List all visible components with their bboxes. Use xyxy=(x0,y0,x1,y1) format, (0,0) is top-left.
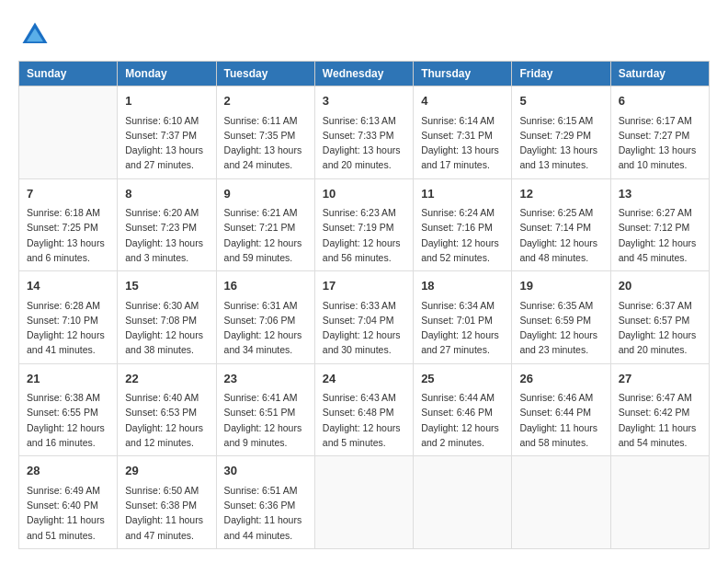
calendar-day-cell: 8Sunrise: 6:20 AMSunset: 7:23 PMDaylight… xyxy=(118,178,216,271)
day-number: 19 xyxy=(519,277,602,295)
day-info: Sunrise: 6:43 AMSunset: 6:48 PMDaylight:… xyxy=(323,390,405,450)
calendar-day-cell: 21Sunrise: 6:38 AMSunset: 6:55 PMDayligh… xyxy=(19,363,118,456)
day-number: 15 xyxy=(125,277,208,295)
day-info: Sunrise: 6:11 AMSunset: 7:35 PMDaylight:… xyxy=(224,113,307,173)
day-info: Sunrise: 6:44 AMSunset: 6:46 PMDaylight:… xyxy=(421,390,504,450)
day-number: 27 xyxy=(619,370,701,388)
day-info: Sunrise: 6:38 AMSunset: 6:55 PMDaylight:… xyxy=(27,390,109,450)
day-number: 17 xyxy=(323,277,405,295)
day-info: Sunrise: 6:33 AMSunset: 7:04 PMDaylight:… xyxy=(323,298,405,358)
day-info: Sunrise: 6:13 AMSunset: 7:33 PMDaylight:… xyxy=(323,113,405,173)
day-number: 8 xyxy=(125,185,208,203)
calendar-day-cell: 2Sunrise: 6:11 AMSunset: 7:35 PMDaylight… xyxy=(216,86,314,179)
day-info: Sunrise: 6:24 AMSunset: 7:16 PMDaylight:… xyxy=(421,205,504,265)
calendar-day-cell xyxy=(610,456,709,549)
calendar-header-thursday: Thursday xyxy=(414,62,512,86)
day-number: 4 xyxy=(421,92,504,110)
calendar-header-wednesday: Wednesday xyxy=(314,62,413,86)
calendar-day-cell: 18Sunrise: 6:34 AMSunset: 7:01 PMDayligh… xyxy=(414,271,512,364)
calendar-day-cell: 16Sunrise: 6:31 AMSunset: 7:06 PMDayligh… xyxy=(216,271,314,364)
calendar-header-row: SundayMondayTuesdayWednesdayThursdayFrid… xyxy=(19,62,710,86)
day-info: Sunrise: 6:20 AMSunset: 7:23 PMDaylight:… xyxy=(125,205,208,265)
day-number: 13 xyxy=(619,185,701,203)
day-number: 10 xyxy=(323,185,405,203)
day-info: Sunrise: 6:27 AMSunset: 7:12 PMDaylight:… xyxy=(619,205,701,265)
day-info: Sunrise: 6:51 AMSunset: 6:36 PMDaylight:… xyxy=(224,483,307,543)
day-info: Sunrise: 6:37 AMSunset: 6:57 PMDaylight:… xyxy=(619,298,701,358)
calendar-day-cell: 26Sunrise: 6:46 AMSunset: 6:44 PMDayligh… xyxy=(512,363,610,456)
calendar-header-sunday: Sunday xyxy=(19,62,118,86)
calendar-day-cell xyxy=(314,456,413,549)
day-info: Sunrise: 6:23 AMSunset: 7:19 PMDaylight:… xyxy=(323,205,405,265)
day-info: Sunrise: 6:21 AMSunset: 7:21 PMDaylight:… xyxy=(224,205,307,265)
calendar-week-row: 1Sunrise: 6:10 AMSunset: 7:37 PMDaylight… xyxy=(19,86,710,179)
calendar-header-saturday: Saturday xyxy=(610,62,709,86)
calendar-day-cell: 28Sunrise: 6:49 AMSunset: 6:40 PMDayligh… xyxy=(19,456,118,549)
calendar-week-row: 14Sunrise: 6:28 AMSunset: 7:10 PMDayligh… xyxy=(19,271,710,364)
calendar-day-cell: 1Sunrise: 6:10 AMSunset: 7:37 PMDaylight… xyxy=(118,86,216,179)
calendar-header-friday: Friday xyxy=(512,62,610,86)
day-number: 1 xyxy=(125,92,208,110)
day-number: 29 xyxy=(125,462,208,480)
calendar-day-cell: 4Sunrise: 6:14 AMSunset: 7:31 PMDaylight… xyxy=(414,86,512,179)
calendar-day-cell xyxy=(414,456,512,549)
calendar-table: SundayMondayTuesdayWednesdayThursdayFrid… xyxy=(18,61,710,549)
calendar-day-cell: 20Sunrise: 6:37 AMSunset: 6:57 PMDayligh… xyxy=(610,271,709,364)
day-number: 16 xyxy=(224,277,307,295)
calendar-header-tuesday: Tuesday xyxy=(216,62,314,86)
day-number: 3 xyxy=(323,92,405,110)
calendar-day-cell: 17Sunrise: 6:33 AMSunset: 7:04 PMDayligh… xyxy=(314,271,413,364)
calendar-day-cell: 12Sunrise: 6:25 AMSunset: 7:14 PMDayligh… xyxy=(512,178,610,271)
day-info: Sunrise: 6:25 AMSunset: 7:14 PMDaylight:… xyxy=(519,205,602,265)
day-info: Sunrise: 6:18 AMSunset: 7:25 PMDaylight:… xyxy=(27,205,109,265)
calendar-week-row: 28Sunrise: 6:49 AMSunset: 6:40 PMDayligh… xyxy=(19,456,710,549)
calendar-day-cell: 15Sunrise: 6:30 AMSunset: 7:08 PMDayligh… xyxy=(118,271,216,364)
day-info: Sunrise: 6:40 AMSunset: 6:53 PMDaylight:… xyxy=(125,390,208,450)
calendar-week-row: 7Sunrise: 6:18 AMSunset: 7:25 PMDaylight… xyxy=(19,178,710,271)
calendar-day-cell: 22Sunrise: 6:40 AMSunset: 6:53 PMDayligh… xyxy=(118,363,216,456)
day-info: Sunrise: 6:46 AMSunset: 6:44 PMDaylight:… xyxy=(519,390,602,450)
day-number: 28 xyxy=(27,462,109,480)
day-number: 11 xyxy=(421,185,504,203)
day-number: 5 xyxy=(519,92,602,110)
calendar-day-cell: 14Sunrise: 6:28 AMSunset: 7:10 PMDayligh… xyxy=(19,271,118,364)
calendar-day-cell: 25Sunrise: 6:44 AMSunset: 6:46 PMDayligh… xyxy=(414,363,512,456)
day-number: 2 xyxy=(224,92,307,110)
day-number: 20 xyxy=(619,277,701,295)
logo xyxy=(18,18,57,52)
calendar-day-cell: 3Sunrise: 6:13 AMSunset: 7:33 PMDaylight… xyxy=(314,86,413,179)
day-info: Sunrise: 6:49 AMSunset: 6:40 PMDaylight:… xyxy=(27,483,109,543)
calendar-day-cell: 19Sunrise: 6:35 AMSunset: 6:59 PMDayligh… xyxy=(512,271,610,364)
calendar-day-cell: 29Sunrise: 6:50 AMSunset: 6:38 PMDayligh… xyxy=(118,456,216,549)
calendar-day-cell xyxy=(512,456,610,549)
day-number: 9 xyxy=(224,185,307,203)
calendar-header-monday: Monday xyxy=(118,62,216,86)
day-number: 18 xyxy=(421,277,504,295)
calendar-day-cell: 7Sunrise: 6:18 AMSunset: 7:25 PMDaylight… xyxy=(19,178,118,271)
day-number: 26 xyxy=(519,370,602,388)
day-info: Sunrise: 6:41 AMSunset: 6:51 PMDaylight:… xyxy=(224,390,307,450)
day-number: 12 xyxy=(519,185,602,203)
page-header xyxy=(18,18,710,52)
day-number: 22 xyxy=(125,370,208,388)
calendar-day-cell: 30Sunrise: 6:51 AMSunset: 6:36 PMDayligh… xyxy=(216,456,314,549)
logo-icon xyxy=(18,18,51,52)
calendar-day-cell: 11Sunrise: 6:24 AMSunset: 7:16 PMDayligh… xyxy=(414,178,512,271)
day-number: 21 xyxy=(27,370,109,388)
day-info: Sunrise: 6:10 AMSunset: 7:37 PMDaylight:… xyxy=(125,113,208,173)
day-info: Sunrise: 6:50 AMSunset: 6:38 PMDaylight:… xyxy=(125,483,208,543)
day-info: Sunrise: 6:35 AMSunset: 6:59 PMDaylight:… xyxy=(519,298,602,358)
day-info: Sunrise: 6:17 AMSunset: 7:27 PMDaylight:… xyxy=(619,113,701,173)
day-info: Sunrise: 6:34 AMSunset: 7:01 PMDaylight:… xyxy=(421,298,504,358)
calendar-day-cell: 27Sunrise: 6:47 AMSunset: 6:42 PMDayligh… xyxy=(610,363,709,456)
calendar-day-cell xyxy=(19,86,118,179)
calendar-day-cell: 24Sunrise: 6:43 AMSunset: 6:48 PMDayligh… xyxy=(314,363,413,456)
calendar-day-cell: 6Sunrise: 6:17 AMSunset: 7:27 PMDaylight… xyxy=(610,86,709,179)
day-info: Sunrise: 6:47 AMSunset: 6:42 PMDaylight:… xyxy=(619,390,701,450)
calendar-day-cell: 5Sunrise: 6:15 AMSunset: 7:29 PMDaylight… xyxy=(512,86,610,179)
day-info: Sunrise: 6:15 AMSunset: 7:29 PMDaylight:… xyxy=(519,113,602,173)
day-number: 23 xyxy=(224,370,307,388)
calendar-week-row: 21Sunrise: 6:38 AMSunset: 6:55 PMDayligh… xyxy=(19,363,710,456)
day-number: 24 xyxy=(323,370,405,388)
calendar-day-cell: 23Sunrise: 6:41 AMSunset: 6:51 PMDayligh… xyxy=(216,363,314,456)
